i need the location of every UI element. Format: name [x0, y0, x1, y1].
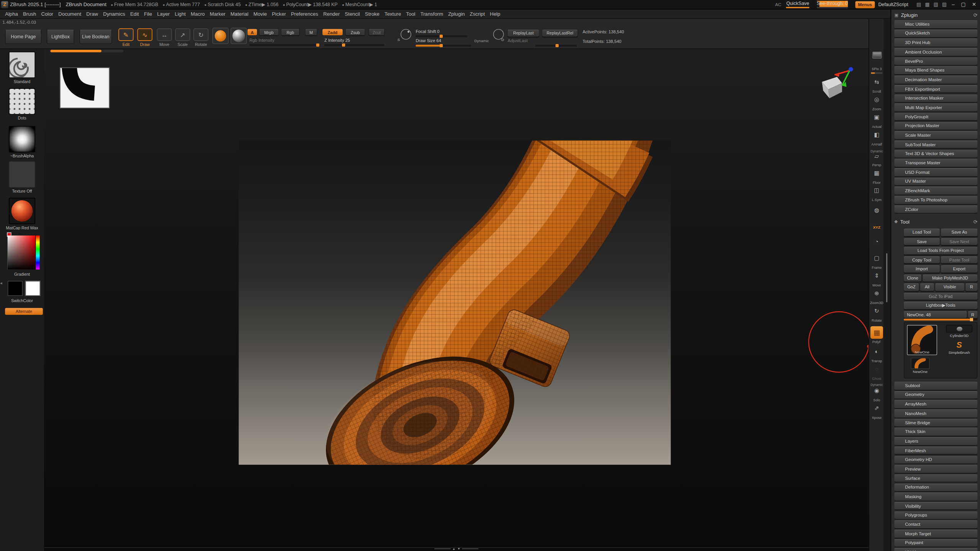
- divider-up-arrow-icon[interactable]: ▲: [452, 547, 455, 551]
- tool-subpalette-item[interactable]: Polypaint: [894, 539, 977, 547]
- zplugin-item[interactable]: Transpose Master: [894, 159, 977, 167]
- tool-thumbnail-newone-small[interactable]: [911, 358, 929, 369]
- dock-panel-icon-1[interactable]: ▤: [916, 2, 921, 7]
- rotate-camera-icon[interactable]: ↻: [869, 309, 884, 314]
- menu-item[interactable]: Stencil: [342, 11, 363, 17]
- zcut-button[interactable]: Zcut: [369, 29, 384, 35]
- tool-header[interactable]: ◆ Tool ⟳: [891, 217, 980, 226]
- tool-cycle-icon[interactable]: ⟳: [973, 219, 977, 225]
- move-mode-button[interactable]: ↔: [157, 28, 172, 41]
- menu-item[interactable]: Macro: [188, 11, 207, 17]
- zplugin-header[interactable]: ▣ Zplugin ⟳: [891, 11, 980, 20]
- save-as-button[interactable]: Save As: [941, 229, 977, 236]
- tool-subpalette-item[interactable]: Surface: [894, 474, 977, 482]
- brush-thumbnail-standard[interactable]: [9, 52, 35, 78]
- floor-grid-icon[interactable]: ▦: [869, 171, 884, 177]
- zplugin-item[interactable]: Misc Utilities: [894, 20, 977, 28]
- menu-item[interactable]: Dynamics: [101, 11, 128, 17]
- menu-item[interactable]: File: [141, 11, 154, 17]
- zplugin-item[interactable]: QuickSketch: [894, 29, 977, 38]
- menu-item[interactable]: Alpha: [3, 11, 21, 17]
- local-symmetry-icon[interactable]: ◫: [869, 188, 884, 193]
- z-intensity-slider[interactable]: [324, 44, 384, 46]
- xpose-icon[interactable]: ⇗: [869, 405, 884, 411]
- maximize-button[interactable]: ▢: [961, 2, 965, 7]
- load-tool-button[interactable]: Load Tool: [904, 229, 940, 236]
- panel-scrollbar-thumb[interactable]: [886, 253, 887, 302]
- lightbox-tools-button[interactable]: Lightbox▶Tools: [904, 302, 977, 309]
- replay-last-button[interactable]: ReplayLast: [508, 29, 539, 36]
- spix-label[interactable]: SPix 3: [869, 67, 884, 70]
- transparency-icon[interactable]: ◐: [869, 349, 884, 355]
- save-button[interactable]: Save: [904, 238, 940, 245]
- tool-thumbnail-simplebrush[interactable]: S: [945, 340, 974, 350]
- m-button[interactable]: M: [306, 29, 317, 35]
- quicksave-button[interactable]: QuickSave: [786, 1, 809, 8]
- rotate-mode-button[interactable]: ↻: [193, 28, 208, 41]
- bpr-render-button[interactable]: [869, 52, 884, 60]
- menu-item[interactable]: Render: [321, 11, 342, 17]
- texture-thumbnail-off[interactable]: [9, 161, 35, 188]
- dynamic-persp-label[interactable]: Dynamic: [869, 149, 884, 153]
- stroke-thumbnail-dots[interactable]: [9, 88, 35, 114]
- menu-item[interactable]: Brush: [20, 11, 39, 17]
- replay-last-rel-button[interactable]: ReplayLastRel: [542, 29, 578, 36]
- menu-item[interactable]: Tool: [404, 11, 418, 17]
- tool-subpalette-item[interactable]: Morph Target: [894, 530, 977, 538]
- move-camera-icon[interactable]: ⇕: [869, 273, 884, 279]
- divider-down-arrow-icon[interactable]: ▼: [457, 547, 460, 551]
- tool-subpalette-item[interactable]: UV Map: [894, 548, 977, 551]
- tool-subpalette-item[interactable]: Thick Skin: [894, 428, 977, 436]
- dock-panel-icon-4[interactable]: ▨: [942, 2, 947, 7]
- active-tool-slider-handle[interactable]: [970, 318, 973, 321]
- current-material-button[interactable]: [231, 28, 247, 44]
- document-preview-thumbnail[interactable]: [60, 67, 110, 108]
- ghost-icon[interactable]: ◌: [869, 366, 884, 372]
- scale-mode-button[interactable]: ↗: [175, 28, 190, 41]
- aahalf-icon[interactable]: ◧: [869, 132, 884, 138]
- default-zscript-button[interactable]: DefaultZScript: [878, 2, 908, 7]
- tool-subpalette-item[interactable]: Preview: [894, 465, 977, 473]
- matcap-thumbnail[interactable]: [9, 198, 35, 224]
- timeline-dial-icon[interactable]: ◔: [869, 239, 884, 245]
- tool-subpalette-item[interactable]: Slime Bridge: [894, 419, 977, 427]
- menu-item[interactable]: Marker: [207, 11, 228, 17]
- menu-item[interactable]: Texture: [382, 11, 403, 17]
- zplugin-item[interactable]: Decimation Master: [894, 76, 977, 84]
- zplugin-item[interactable]: ZBrush To Photoshop: [894, 196, 977, 204]
- tool-subpalette-item[interactable]: Subtool: [894, 382, 977, 390]
- tool-subpalette-item[interactable]: Contact: [894, 520, 977, 528]
- close-button[interactable]: ✕: [972, 2, 976, 7]
- tool-subpalette-item[interactable]: Polygroups: [894, 511, 977, 519]
- active-tool-slider-label[interactable]: NewOne. 48: [904, 311, 967, 318]
- active-tool-slider-track[interactable]: [904, 319, 977, 320]
- menu-item[interactable]: Material: [228, 11, 251, 17]
- zplugin-item[interactable]: FBX ExportImport: [894, 85, 977, 93]
- export-button[interactable]: Export: [941, 265, 977, 272]
- menu-item[interactable]: Document: [56, 11, 84, 17]
- focal-shift-slider[interactable]: [416, 35, 467, 37]
- frame-icon[interactable]: ▢: [869, 256, 884, 262]
- rgb-intensity-slider[interactable]: [249, 44, 320, 46]
- copy-tool-button[interactable]: Copy Tool: [904, 256, 940, 263]
- main-color-swatch[interactable]: [8, 281, 23, 296]
- stroke-curve-toggle[interactable]: [401, 29, 411, 40]
- document-area[interactable]: [239, 141, 671, 465]
- menu-item[interactable]: Zplugin: [446, 11, 467, 17]
- tool-thumbnail-newone-selected[interactable]: NewOne: [907, 325, 937, 355]
- home-page-button[interactable]: Home Page: [5, 29, 41, 44]
- menu-item[interactable]: Preferences: [288, 11, 321, 17]
- menu-item[interactable]: Picker: [269, 11, 288, 17]
- zoom3d-icon[interactable]: ⊕: [869, 291, 884, 297]
- see-through-icon[interactable]: ◍: [869, 208, 884, 214]
- menu-item[interactable]: Edit: [128, 11, 141, 17]
- goz-to-ipad-button[interactable]: GoZ To iPad: [904, 293, 977, 300]
- dynamic-solo-label[interactable]: Dynamic: [869, 383, 884, 387]
- zoom-icon[interactable]: ◎: [869, 97, 884, 103]
- zplugin-item[interactable]: BevelPro: [894, 57, 977, 65]
- dock-panel-icon-2[interactable]: ▦: [925, 2, 929, 7]
- zplugin-item[interactable]: UV Master: [894, 177, 977, 185]
- menu-item[interactable]: Zscript: [467, 11, 488, 17]
- tool-subpalette-item[interactable]: FiberMesh: [894, 446, 977, 455]
- current-brush-button[interactable]: [212, 28, 229, 44]
